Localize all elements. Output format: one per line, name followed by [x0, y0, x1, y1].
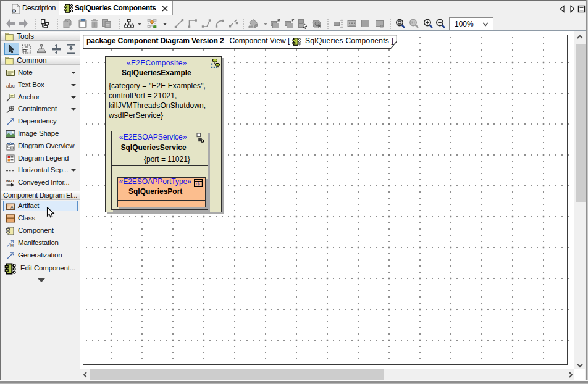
- svg-text:INFO: INFO: [6, 179, 14, 183]
- svg-text:abc: abc: [6, 83, 15, 89]
- svg-text:M: M: [10, 244, 14, 248]
